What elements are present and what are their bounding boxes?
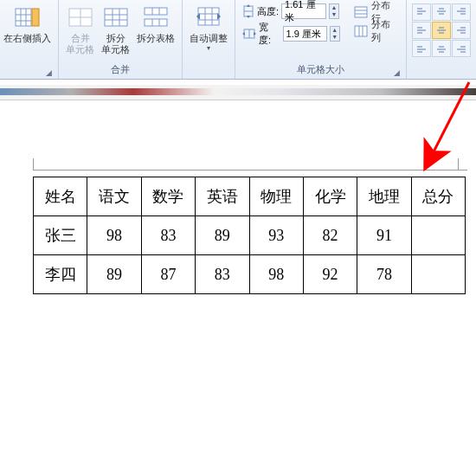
split-cells-label: 拆分 单元格 [101, 33, 130, 55]
table-cell[interactable]: 89 [196, 216, 249, 255]
table-header-cell[interactable]: 姓名 [34, 177, 87, 216]
cell-size-group: 高度: 1.61 厘米 ▲▼ 宽度: 1.9 厘米 ▲▼ 分布行 [235, 0, 407, 79]
svg-rect-9 [105, 9, 127, 26]
col-width-control[interactable]: 宽度: 1.9 厘米 ▲▼ [242, 21, 340, 47]
align-bottom-left-button[interactable] [412, 40, 431, 57]
split-table-icon [142, 3, 170, 31]
dialog-launcher-icon[interactable]: ◢ [44, 68, 53, 77]
table-cell[interactable]: 李四 [34, 255, 87, 294]
svg-rect-38 [355, 26, 367, 36]
autofit-icon [195, 3, 222, 31]
table-cell[interactable]: 93 [249, 216, 303, 255]
document-page: 姓名 语文 数学 英语 物理 化学 地理 总分 张三 98 83 89 93 8… [0, 100, 476, 294]
height-label: 高度: [257, 5, 279, 18]
width-icon [242, 28, 256, 40]
align-top-right-button[interactable] [452, 3, 471, 21]
split-cells-button[interactable]: 拆分 单元格 [98, 2, 133, 57]
distribute-rows-icon [354, 6, 368, 18]
insert-column-right-icon [14, 3, 42, 31]
autofit-label: 自动调整 [190, 33, 228, 44]
insert-right-label: 在右侧插入 [3, 33, 51, 44]
dialog-launcher-icon[interactable]: ◢ [392, 68, 401, 77]
table-header-cell[interactable]: 语文 [87, 177, 141, 216]
table-cell[interactable]: 98 [249, 255, 303, 294]
table-cell[interactable]: 78 [357, 255, 411, 294]
autofit-group: 自动调整 ▾ [183, 0, 235, 79]
table-header-cell[interactable]: 物理 [249, 177, 303, 216]
svg-rect-14 [145, 8, 167, 15]
ribbon: 在右侧插入 ◢ 合并 单元格 拆分 单元格 [0, 0, 476, 80]
align-middle-center-button[interactable] [432, 22, 451, 39]
table-cell[interactable]: 82 [303, 216, 357, 255]
align-bottom-center-button[interactable] [432, 40, 451, 57]
align-top-left-button[interactable] [412, 3, 431, 21]
width-value[interactable]: 1.9 厘米 [283, 26, 327, 42]
table-cell[interactable]: 张三 [34, 216, 87, 255]
table-row: 李四 89 87 83 98 92 78 [34, 255, 466, 294]
svg-rect-35 [355, 7, 367, 17]
align-middle-right-button[interactable] [452, 22, 471, 39]
score-table[interactable]: 姓名 语文 数学 英语 物理 化学 地理 总分 张三 98 83 89 93 8… [33, 177, 466, 294]
svg-rect-15 [145, 19, 167, 26]
height-value[interactable]: 1.61 厘米 [281, 3, 326, 19]
split-cells-icon [102, 3, 130, 31]
table-cell[interactable]: 87 [141, 255, 195, 294]
distribute-cols-label: 分布列 [371, 18, 399, 44]
table-boundary-marker [33, 170, 467, 177]
merge-cells-icon [67, 3, 94, 31]
table-cell[interactable]: 92 [303, 255, 357, 294]
table-cell[interactable] [411, 216, 465, 255]
width-spinner[interactable]: ▲▼ [330, 26, 340, 42]
height-spinner[interactable]: ▲▼ [329, 3, 339, 19]
table-row: 张三 98 83 89 93 82 91 [34, 216, 466, 255]
cell-size-group-label: 单元格大小 [297, 64, 344, 74]
align-bottom-right-button[interactable] [452, 40, 471, 57]
table-cell[interactable]: 83 [196, 255, 249, 294]
merge-cells-button[interactable]: 合并 单元格 [62, 2, 98, 57]
alignment-group [407, 0, 476, 79]
split-table-label: 拆分表格 [137, 33, 175, 44]
align-middle-left-button[interactable] [412, 22, 431, 39]
table-cell[interactable]: 83 [141, 216, 195, 255]
width-label: 宽度: [259, 21, 280, 47]
table-cell[interactable]: 89 [87, 255, 141, 294]
ruler [0, 85, 476, 100]
table-cell[interactable]: 91 [357, 216, 411, 255]
merge-cells-label: 合并 单元格 [66, 33, 94, 55]
merge-group-label: 合并 [62, 61, 178, 79]
table-header-cell[interactable]: 化学 [303, 177, 357, 216]
table-header-cell[interactable]: 英语 [196, 177, 249, 216]
align-top-center-button[interactable] [432, 3, 451, 21]
svg-rect-5 [32, 9, 39, 26]
row-height-control[interactable]: 高度: 1.61 厘米 ▲▼ [242, 3, 340, 19]
table-header-cell[interactable]: 总分 [411, 177, 465, 216]
table-header-cell[interactable]: 数学 [141, 177, 195, 216]
split-table-button[interactable]: 拆分表格 [133, 2, 178, 46]
merge-group: 合并 单元格 拆分 单元格 拆分表格 合并 [59, 0, 183, 79]
svg-rect-20 [198, 8, 219, 25]
height-icon [242, 4, 254, 18]
table-header-cell[interactable]: 地理 [357, 177, 411, 216]
table-cell[interactable] [411, 255, 465, 294]
autofit-button[interactable]: 自动调整 ▾ [186, 2, 231, 54]
table-cell[interactable]: 98 [87, 216, 141, 255]
insert-right-button[interactable]: 在右侧插入 [0, 2, 55, 46]
dropdown-arrow-icon: ▾ [207, 44, 210, 52]
distribute-cols-button[interactable]: 分布列 [354, 23, 399, 40]
svg-rect-0 [16, 9, 31, 26]
distribute-cols-icon [354, 25, 368, 37]
table-header-row: 姓名 语文 数学 英语 物理 化学 地理 总分 [34, 177, 466, 216]
